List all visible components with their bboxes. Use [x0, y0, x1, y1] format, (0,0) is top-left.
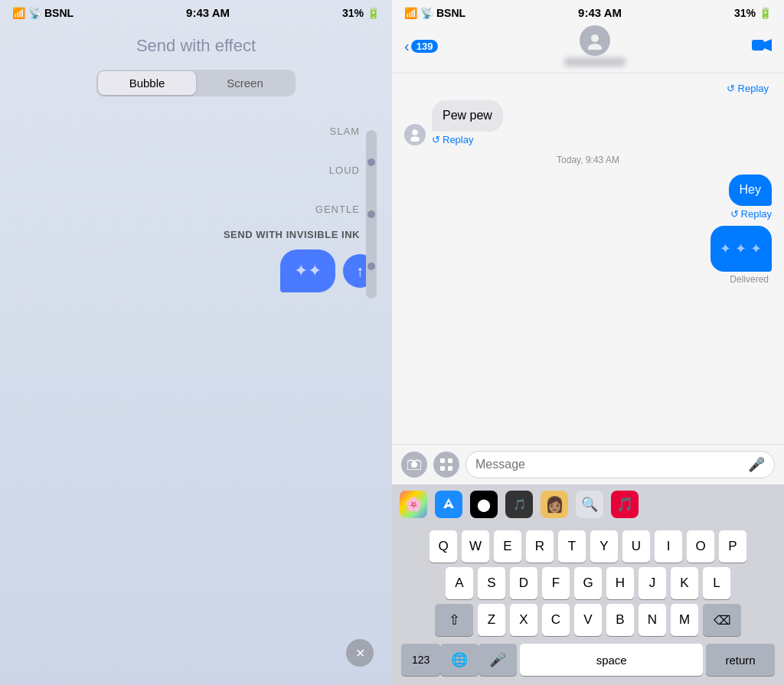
- slam-dot[interactable]: [368, 158, 375, 166]
- screen-tab[interactable]: Screen: [196, 71, 294, 95]
- key-globe[interactable]: 🌐: [440, 644, 479, 676]
- activity-icon[interactable]: ⬤: [470, 491, 498, 518]
- right-battery: 31% 🔋: [734, 7, 772, 19]
- ink-bubble-msg: ✦ ✦ ✦: [710, 226, 772, 272]
- key-a[interactable]: A: [446, 567, 473, 599]
- key-p[interactable]: P: [719, 530, 746, 563]
- back-count-badge: 139: [411, 40, 439, 53]
- app-strip: 🌸 ⬤ 🎵 👩🏽 🔍 🎵: [392, 484, 784, 524]
- mic-icon[interactable]: 🎤: [748, 456, 765, 473]
- gentle-label: GENTLE: [315, 204, 360, 215]
- key-g[interactable]: G: [574, 567, 602, 599]
- key-q[interactable]: Q: [430, 530, 457, 563]
- video-call-button[interactable]: [752, 35, 772, 57]
- key-b[interactable]: B: [606, 604, 634, 636]
- effects-scroll-track: [366, 130, 377, 298]
- key-u[interactable]: U: [622, 530, 650, 563]
- messages-area: ↺ Replay Pew pew ↺ Replay Today, 9:43 AM: [392, 73, 784, 444]
- key-w[interactable]: W: [462, 530, 489, 563]
- svg-point-4: [412, 129, 418, 135]
- ink-sparkle-msg: ✦ ✦ ✦: [720, 240, 762, 257]
- key-m[interactable]: M: [671, 604, 698, 636]
- key-y[interactable]: Y: [590, 530, 618, 563]
- invisible-ink-label: SEND WITH INVISIBLE INK: [224, 229, 360, 240]
- hey-replay-btn[interactable]: ↺ Replay: [730, 208, 772, 220]
- keyboard-row-1: Q W E R T Y U I O P: [395, 530, 781, 563]
- key-h[interactable]: H: [606, 567, 634, 599]
- wifi-icon: 📡: [28, 7, 41, 19]
- key-e[interactable]: E: [494, 530, 521, 563]
- messages-panel: 📶 📡 BSNL 9:43 AM 31% 🔋 ‹ 139: [392, 0, 784, 685]
- search-app-icon[interactable]: 🔍: [576, 491, 603, 518]
- left-battery: 31% 🔋: [342, 7, 380, 19]
- key-r[interactable]: R: [526, 530, 554, 563]
- key-d[interactable]: D: [510, 567, 537, 599]
- effect-loud[interactable]: LOUD: [329, 165, 360, 176]
- key-t[interactable]: T: [558, 530, 586, 563]
- bubble-send-row: ✦✦ ↑: [0, 250, 392, 292]
- contact-info[interactable]: [564, 25, 626, 67]
- key-f[interactable]: F: [542, 567, 570, 599]
- right-signal-icon: 📶: [404, 7, 417, 19]
- key-o[interactable]: O: [687, 530, 714, 563]
- effect-slam[interactable]: SLAM: [329, 126, 360, 137]
- slam-label: SLAM: [329, 126, 360, 137]
- loud-dot[interactable]: [368, 210, 375, 218]
- effects-list: SLAM LOUD GENTLE: [0, 126, 392, 215]
- key-n[interactable]: N: [639, 604, 666, 636]
- key-shift[interactable]: ⇧: [435, 604, 473, 636]
- keyboard-bottom-row: 123 🌐 🎤 space return: [395, 641, 781, 682]
- hey-bubble: Hey: [729, 175, 772, 206]
- memoji-icon[interactable]: 👩🏽: [541, 491, 568, 518]
- key-numbers[interactable]: 123: [401, 644, 440, 676]
- svg-point-6: [411, 462, 417, 468]
- close-button[interactable]: ✕: [346, 639, 374, 667]
- send-up-icon: ↑: [356, 263, 364, 280]
- message-row-ink: ✦ ✦ ✦ Delivered: [404, 226, 772, 285]
- message-input[interactable]: [475, 458, 742, 471]
- key-mic[interactable]: 🎤: [479, 644, 517, 676]
- back-button[interactable]: ‹ 139: [404, 38, 438, 55]
- message-row-pewpew: Pew pew ↺ Replay: [404, 100, 772, 145]
- gentle-dot[interactable]: [368, 263, 375, 270]
- left-status-bar: 📶 📡 BSNL 9:43 AM 31% 🔋: [0, 0, 392, 22]
- svg-point-0: [591, 34, 599, 42]
- key-i[interactable]: I: [655, 530, 682, 563]
- right-battery-icon: 🔋: [759, 7, 772, 19]
- bubble-tab[interactable]: Bubble: [98, 71, 196, 95]
- left-carrier: 📶 📡 BSNL: [12, 7, 74, 19]
- photos-app-icon[interactable]: 🌸: [400, 491, 427, 518]
- pew-pew-bubble: Pew pew: [432, 100, 503, 132]
- key-s[interactable]: S: [478, 567, 505, 599]
- signal-icon: 📶: [12, 7, 25, 19]
- svg-point-1: [588, 44, 602, 50]
- keyboard-row-3: ⇧ Z X C V B N M ⌫: [395, 604, 781, 636]
- key-k[interactable]: K: [671, 567, 698, 599]
- pew-pew-replay-btn[interactable]: ↺ Replay: [432, 134, 503, 145]
- key-delete[interactable]: ⌫: [703, 604, 741, 636]
- left-time: 9:43 AM: [186, 6, 230, 19]
- replay-icon: ↺: [432, 134, 440, 145]
- key-v[interactable]: V: [574, 604, 602, 636]
- effect-gentle[interactable]: GENTLE: [315, 204, 360, 215]
- key-return[interactable]: return: [706, 644, 775, 676]
- key-j[interactable]: J: [639, 567, 666, 599]
- top-replay-link[interactable]: ↺ Replay: [727, 83, 769, 94]
- camera-button[interactable]: [401, 452, 427, 478]
- key-z[interactable]: Z: [478, 604, 505, 636]
- close-icon: ✕: [355, 646, 365, 661]
- key-l[interactable]: L: [703, 567, 730, 599]
- send-effect-panel: 📶 📡 BSNL 9:43 AM 31% 🔋 Send with effect …: [0, 0, 392, 685]
- sparkle-icon: ✦✦: [294, 261, 322, 281]
- soundcloud-icon[interactable]: 🎵: [505, 491, 533, 518]
- music-icon[interactable]: 🎵: [611, 491, 639, 518]
- right-carrier: 📶 📡 BSNL: [404, 7, 466, 19]
- key-x[interactable]: X: [510, 604, 537, 636]
- app-store-button[interactable]: [433, 452, 459, 478]
- message-input-wrap[interactable]: 🎤: [466, 451, 775, 478]
- appstore-icon[interactable]: [435, 491, 462, 518]
- segment-control: Bubble Screen: [96, 70, 296, 96]
- back-chevron-icon: ‹: [404, 38, 410, 55]
- key-c[interactable]: C: [542, 604, 570, 636]
- key-space[interactable]: space: [520, 644, 703, 676]
